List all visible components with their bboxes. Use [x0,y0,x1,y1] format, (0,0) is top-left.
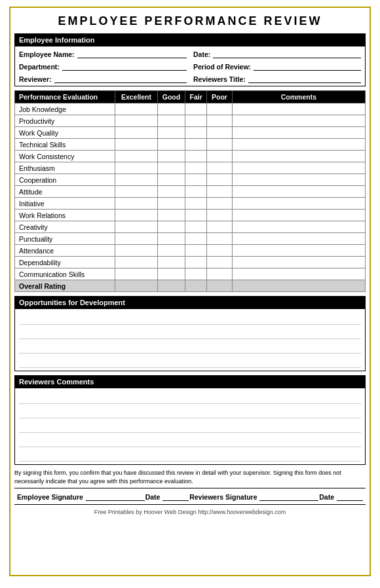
cell-excellent-11[interactable] [115,233,157,245]
sig-reviewer-line[interactable] [259,492,318,501]
cell-good-8[interactable] [157,198,185,210]
cell-excellent-2[interactable] [115,127,157,139]
cell-excellent-10[interactable] [115,221,157,233]
sig-date2-line[interactable] [337,492,363,501]
cell-comments-7[interactable] [232,186,365,198]
input-period[interactable] [254,62,361,71]
cell-comments-6[interactable] [232,174,365,186]
cell-excellent-3[interactable] [115,139,157,151]
input-reviewer[interactable] [54,74,187,83]
cell-poor-8[interactable] [207,198,232,210]
cell-excellent-5[interactable] [115,162,157,174]
cell-good-13[interactable] [157,257,185,268]
cell-good-1[interactable] [157,115,185,127]
overall-poor[interactable] [207,280,232,292]
cell-fair-10[interactable] [185,221,207,233]
cell-excellent-8[interactable] [115,198,157,210]
sig-date1-line[interactable] [162,492,189,501]
cell-comments-3[interactable] [232,139,365,151]
cell-comments-0[interactable] [232,103,365,115]
dev-line-3[interactable] [19,340,361,354]
cell-fair-5[interactable] [185,162,207,174]
cell-comments-8[interactable] [232,198,365,210]
cell-poor-6[interactable] [207,174,232,186]
comments-line-1[interactable] [19,391,361,404]
cell-poor-2[interactable] [207,127,232,139]
cell-fair-11[interactable] [185,233,207,245]
cell-good-2[interactable] [157,127,185,139]
cell-comments-1[interactable] [232,115,365,127]
cell-excellent-4[interactable] [115,151,157,162]
cell-comments-5[interactable] [232,162,365,174]
cell-fair-6[interactable] [185,174,207,186]
cell-excellent-7[interactable] [115,186,157,198]
input-date[interactable] [213,49,361,58]
cell-fair-13[interactable] [185,257,207,268]
cell-good-6[interactable] [157,174,185,186]
cell-fair-3[interactable] [185,139,207,151]
cell-good-14[interactable] [157,268,185,280]
input-department[interactable] [62,62,187,71]
cell-comments-10[interactable] [232,221,365,233]
cell-fair-12[interactable] [185,245,207,257]
overall-comments[interactable] [232,280,365,292]
cell-excellent-0[interactable] [115,103,157,115]
input-reviewers-title[interactable] [248,74,361,83]
cell-excellent-9[interactable] [115,210,157,221]
cell-poor-14[interactable] [207,268,232,280]
cell-fair-8[interactable] [185,198,207,210]
cell-poor-5[interactable] [207,162,232,174]
cell-comments-14[interactable] [232,268,365,280]
col-header-poor: Poor [207,91,232,103]
cell-good-7[interactable] [157,186,185,198]
cell-fair-4[interactable] [185,151,207,162]
dev-line-2[interactable] [19,326,361,339]
cell-good-9[interactable] [157,210,185,221]
cell-fair-7[interactable] [185,186,207,198]
comments-line-3[interactable] [19,420,361,433]
cell-good-10[interactable] [157,221,185,233]
cell-poor-13[interactable] [207,257,232,268]
cell-fair-9[interactable] [185,210,207,221]
cell-comments-4[interactable] [232,151,365,162]
overall-good[interactable] [157,280,185,292]
cell-good-3[interactable] [157,139,185,151]
cell-comments-9[interactable] [232,210,365,221]
input-employee-name[interactable] [77,49,187,58]
cell-fair-1[interactable] [185,115,207,127]
cell-excellent-12[interactable] [115,245,157,257]
cell-excellent-13[interactable] [115,257,157,268]
sig-employee-line[interactable] [86,492,145,501]
cell-poor-1[interactable] [207,115,232,127]
cell-good-5[interactable] [157,162,185,174]
cell-comments-11[interactable] [232,233,365,245]
cell-good-12[interactable] [157,245,185,257]
cell-poor-9[interactable] [207,210,232,221]
cell-excellent-6[interactable] [115,174,157,186]
comments-line-5[interactable] [19,449,361,462]
cell-good-4[interactable] [157,151,185,162]
cell-poor-7[interactable] [207,186,232,198]
cell-fair-2[interactable] [185,127,207,139]
dev-line-4[interactable] [19,355,361,368]
dev-line-1[interactable] [19,312,361,325]
comments-line-4[interactable] [19,434,361,447]
cell-excellent-1[interactable] [115,115,157,127]
cell-good-0[interactable] [157,103,185,115]
cell-comments-12[interactable] [232,245,365,257]
overall-excellent[interactable] [115,280,157,292]
cell-poor-10[interactable] [207,221,232,233]
cell-poor-0[interactable] [207,103,232,115]
cell-poor-12[interactable] [207,245,232,257]
cell-comments-13[interactable] [232,257,365,268]
comments-line-2[interactable] [19,405,361,418]
cell-poor-11[interactable] [207,233,232,245]
cell-good-11[interactable] [157,233,185,245]
cell-comments-2[interactable] [232,127,365,139]
overall-fair[interactable] [185,280,207,292]
cell-poor-3[interactable] [207,139,232,151]
cell-fair-0[interactable] [185,103,207,115]
cell-poor-4[interactable] [207,151,232,162]
cell-fair-14[interactable] [185,268,207,280]
cell-excellent-14[interactable] [115,268,157,280]
